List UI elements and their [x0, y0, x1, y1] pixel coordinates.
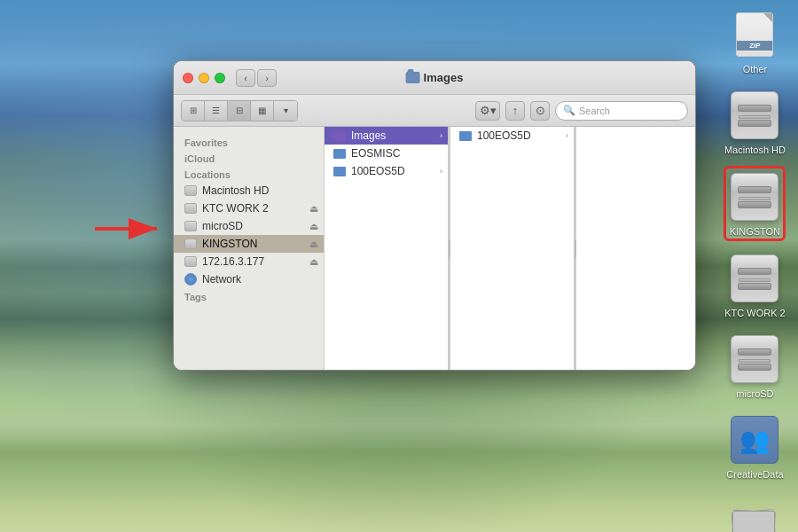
file-item-images[interactable]: Images › — [325, 127, 448, 145]
column-view-button[interactable]: ⊟ — [228, 101, 251, 121]
finder-sidebar: Favorites iCloud Locations Macintosh HD … — [174, 127, 325, 371]
list-view-button[interactable]: ☰ — [205, 101, 228, 121]
file-item-eosmisc[interactable]: EOSMISC — [325, 145, 448, 162]
tag-button[interactable]: ⊙ — [530, 101, 550, 121]
ktc-drive-shape — [731, 254, 778, 302]
drive-inner-3 — [739, 278, 771, 282]
network-sidebar-label: Network — [202, 273, 241, 286]
sidebar-item-ktc-work-2[interactable]: KTC WORK 2 ⏏ — [174, 200, 324, 217]
sidebar-item-kingston[interactable]: KINGSTON ⏏ — [174, 235, 324, 253]
other-icon-img: ZIP — [728, 8, 781, 61]
drive-inner-2 — [739, 197, 771, 200]
desktop-icon-ktc-work-2[interactable]: KTC WORK 2 — [721, 248, 788, 322]
images-file-label: Images — [351, 129, 386, 142]
file-column-1: Images › EOSMISC 100EOS5D › — [325, 127, 449, 371]
sidebar-item-macintosh-hd[interactable]: Macintosh HD — [174, 182, 324, 200]
annotation-arrow — [93, 220, 164, 238]
mini-drive-icon-2 — [184, 203, 197, 214]
gear-action-button[interactable]: ⚙▾ — [475, 101, 500, 121]
minimize-button[interactable] — [199, 73, 209, 83]
macintosh-hd-drive-shape — [731, 91, 778, 139]
other-icon-label: Other — [743, 64, 768, 74]
ktc-eject-button[interactable]: ⏏ — [309, 203, 318, 215]
microsd-icon-img — [728, 332, 781, 386]
mini-drive-icon-3 — [184, 221, 197, 231]
sidebar-item-172[interactable]: 172.16.3.177 ⏏ — [174, 253, 324, 270]
icon-view-button[interactable]: ⊞ — [182, 101, 205, 121]
desktop-icon-macintosh-hd[interactable]: Macintosh HD — [721, 85, 789, 159]
sidebar-section-favorites: Favorites — [174, 134, 324, 150]
172-sidebar-icon — [184, 255, 197, 268]
mini-drive-icon-4 — [184, 239, 197, 249]
microsd-eject-button[interactable]: ⏏ — [309, 221, 318, 232]
search-box[interactable]: 🔍 Search — [555, 101, 688, 121]
desktop-icon-creativedata[interactable]: 👥 CreativeData — [723, 410, 786, 483]
sidebar-item-network[interactable]: Network — [174, 270, 324, 288]
folder-blue-icon-1 — [333, 149, 346, 159]
kingston-sidebar-icon — [184, 238, 197, 250]
172-eject-button[interactable]: ⏏ — [309, 256, 318, 268]
view-mode-buttons: ⊞ ☰ ⊟ ▦ ▾ — [181, 100, 298, 121]
macintosh-hd-icon-img — [728, 89, 781, 142]
gallery-view-button[interactable]: ▦ — [251, 101, 274, 121]
file-item-100eos5d-col2[interactable]: 100EOS5D › — [450, 127, 574, 145]
more-view-button[interactable]: ▾ — [274, 101, 297, 121]
globe-icon — [184, 273, 197, 286]
back-button[interactable]: ‹ — [236, 69, 255, 87]
kingston-sidebar-label: KINGSTON — [202, 238, 257, 250]
share-button[interactable]: ↑ — [505, 101, 525, 121]
file-column-3 — [576, 127, 695, 371]
maximize-button[interactable] — [215, 73, 225, 83]
microsd-drive-shape — [731, 335, 778, 383]
creative-icon-shape: 👥 — [731, 416, 778, 464]
forward-button[interactable]: › — [257, 69, 277, 87]
people-icon: 👥 — [739, 426, 771, 455]
drive-inner-4 — [739, 359, 771, 363]
microsd-icon-label: microSD — [736, 388, 773, 399]
macintosh-hd-icon-label: Macintosh HD — [724, 145, 786, 155]
eosmisc-file-label: EOSMISC — [351, 147, 400, 160]
172-sidebar-label: 172.16.3.177 — [202, 255, 264, 268]
desktop-icon-area: ZIP Other Macintosh HD KINGSTON — [721, 4, 789, 532]
images-chevron: › — [440, 131, 442, 140]
creativedata-icon-img: 👥 — [728, 413, 781, 466]
100eos5d-col2-label: 100EOS5D — [477, 129, 531, 142]
sidebar-item-microsd[interactable]: microSD ⏏ — [174, 217, 324, 235]
sidebar-section-icloud: iCloud — [174, 150, 324, 166]
folder-blue-icon-2 — [333, 167, 346, 176]
macintosh-hd-sidebar-label: Macintosh HD — [202, 184, 269, 197]
folder-purple-icon — [333, 131, 346, 141]
sidebar-section-tags: Tags — [174, 288, 324, 304]
mini-drive-icon — [184, 185, 197, 196]
finder-window: ‹ › Images ⊞ ☰ ⊟ ▦ ▾ ⚙▾ ↑ ⊙ 🔍 Searc — [173, 60, 696, 371]
desktop-icon-microsd[interactable]: microSD — [724, 329, 785, 403]
100eos5d-col2-chevron: › — [566, 131, 568, 140]
kingston-drive-shape — [731, 173, 778, 221]
desktop-icon-images[interactable]: Images — [724, 490, 785, 532]
file-browser: Images › EOSMISC 100EOS5D › — [325, 127, 695, 371]
desktop-icon-kingston[interactable]: KINGSTON — [724, 166, 786, 241]
kingston-eject-button[interactable]: ⏏ — [309, 239, 318, 250]
drive-inner — [739, 115, 771, 119]
kingston-icon-img — [728, 170, 781, 223]
100eos5d-chevron: › — [440, 167, 442, 176]
search-icon: 🔍 — [563, 105, 575, 116]
finder-toolbar: ⊞ ☰ ⊟ ▦ ▾ ⚙▾ ↑ ⊙ 🔍 Search — [174, 95, 695, 127]
traffic-lights — [183, 73, 225, 83]
file-column-2: 100EOS5D › — [450, 127, 575, 371]
desktop-icon-other[interactable]: ZIP Other — [724, 4, 785, 78]
images-icon-img — [728, 494, 781, 532]
img-card-3 — [732, 511, 775, 532]
zip-label-tag: ZIP — [737, 41, 772, 51]
kingston-icon-label: KINGSTON — [730, 226, 780, 237]
ktc-icon-label: KTC WORK 2 — [724, 308, 785, 318]
100eos5d-file-label: 100EOS5D — [351, 165, 405, 177]
macintosh-hd-sidebar-icon — [184, 184, 197, 197]
zip-file-shape: ZIP — [736, 12, 773, 57]
close-button[interactable] — [183, 73, 193, 83]
mini-drive-icon-5 — [184, 256, 197, 267]
file-item-100eos5d[interactable]: 100EOS5D › — [325, 162, 448, 180]
network-sidebar-icon — [184, 273, 197, 286]
title-folder-icon — [406, 72, 420, 83]
folder-blue-icon-3 — [459, 131, 472, 141]
